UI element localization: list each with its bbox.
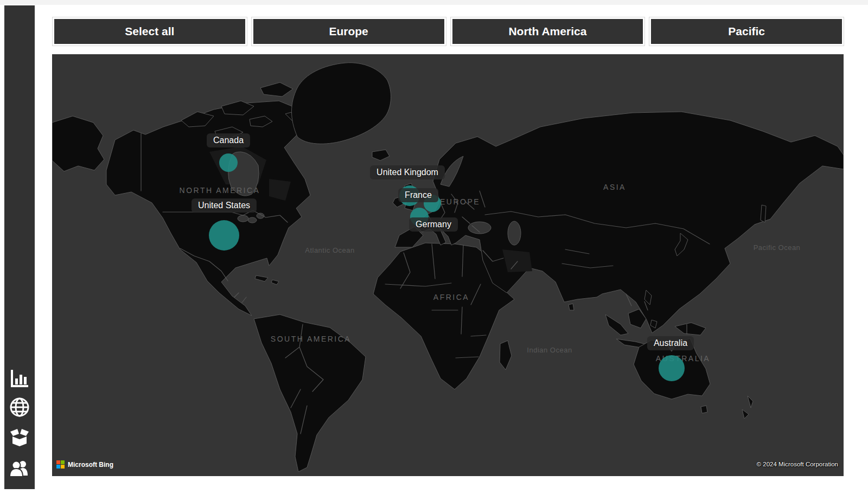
land-new-zealand xyxy=(748,396,753,408)
geo-label-europe: EUROPE xyxy=(440,197,480,206)
land-new-zealand xyxy=(742,409,749,419)
caspian-sea xyxy=(508,221,521,245)
land-cuba xyxy=(255,275,268,281)
map-provider-label: Microsoft Bing xyxy=(68,461,113,469)
top-strip xyxy=(0,0,868,5)
geo-label-indian-ocean: Indian Ocean xyxy=(527,346,572,354)
map-label-australia: Australia xyxy=(647,336,694,350)
slicer-button-select-all[interactable]: Select all xyxy=(53,17,247,46)
geo-label-south-america: SOUTH AMERICA xyxy=(271,335,351,343)
globe-icon xyxy=(9,396,30,418)
land-sri-lanka xyxy=(569,304,574,310)
land-sumatra xyxy=(605,315,628,335)
region-slicer: Select all Europe North America Pacific xyxy=(53,17,844,46)
page-tab-globe[interactable] xyxy=(9,396,30,418)
map-bubble-australia[interactable] xyxy=(659,355,685,381)
slicer-button-europe[interactable]: Europe xyxy=(252,17,446,46)
page-nav-sidebar xyxy=(4,5,35,489)
microsoft-logo-icon xyxy=(56,460,65,469)
geo-label-asia: ASIA xyxy=(603,183,626,191)
slicer-button-pacific[interactable]: Pacific xyxy=(649,17,844,46)
page-tab-bar-chart[interactable] xyxy=(9,368,30,389)
people-icon xyxy=(9,458,30,479)
bing-attribution: Microsoft Bing xyxy=(56,460,113,469)
map-label-united-states: United States xyxy=(192,198,257,213)
map-label-united-kingdom: United Kingdom xyxy=(370,165,445,179)
map-copyright: © 2024 Microsoft Corporation xyxy=(757,461,838,467)
arctic-island xyxy=(260,82,293,97)
page-tab-products[interactable] xyxy=(9,427,30,448)
great-lake xyxy=(238,215,248,222)
land-iceland xyxy=(372,150,390,161)
land-sakhalin xyxy=(761,205,766,222)
geo-label-africa: AFRICA xyxy=(433,293,469,301)
world-map: NORTH AMERICAEUROPEASIAAFRICASOUTH AMERI… xyxy=(52,54,844,476)
land-new-guinea xyxy=(675,323,706,335)
land-greenland xyxy=(292,63,391,144)
geo-label-pacific-ocean: Pacific Ocean xyxy=(754,243,801,252)
land-hispaniola xyxy=(271,280,279,285)
slicer-button-north-america[interactable]: North America xyxy=(451,17,645,46)
map-bubble-united-states[interactable] xyxy=(209,220,239,251)
land-tasmania xyxy=(701,406,707,413)
geo-label-atlantic-ocean: Atlantic Ocean xyxy=(305,246,355,254)
map-label-france: France xyxy=(398,188,438,202)
geo-label-north-america: NORTH AMERICA xyxy=(180,186,260,195)
page-tab-customers[interactable] xyxy=(9,458,30,479)
great-lake xyxy=(248,217,257,223)
land-siberia-wrap xyxy=(52,116,104,171)
map-label-canada: Canada xyxy=(207,133,250,147)
map-label-germany: Germany xyxy=(409,217,458,232)
map-bubble-canada[interactable] xyxy=(219,153,238,172)
land-madagascar xyxy=(500,341,512,370)
open-box-icon xyxy=(9,427,30,448)
map-visual[interactable]: NORTH AMERICAEUROPEASIAAFRICASOUTH AMERI… xyxy=(52,54,844,476)
bar-chart-icon xyxy=(9,368,30,389)
